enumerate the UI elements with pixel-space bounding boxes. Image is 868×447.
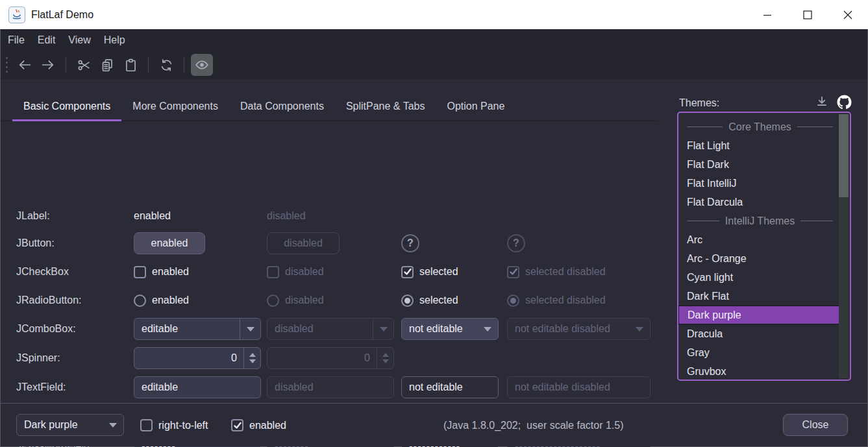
radio-selected-disabled (507, 295, 519, 307)
themes-scrollbar-track[interactable] (839, 114, 849, 378)
enabled-checkbox-label: enabled (249, 420, 286, 431)
enabled-checkbox[interactable] (231, 419, 243, 431)
forward-icon (41, 58, 55, 72)
themes-list-items: Core Themes Flat Light Flat Dark Flat In… (678, 117, 829, 381)
spinner-disabled: 0 (267, 347, 394, 369)
chevron-down-icon (484, 327, 491, 332)
textfield-disabled: disabled (267, 376, 394, 398)
theme-item-gray[interactable]: Gray (678, 343, 829, 362)
radio-enabled[interactable] (134, 295, 146, 307)
paste-icon (124, 58, 138, 72)
back-button[interactable] (14, 54, 36, 76)
jspinner-row-label: JSpinner: (16, 352, 134, 364)
combobox-dropdown-button[interactable] (477, 319, 498, 339)
tab-option-pane[interactable]: Option Pane (436, 92, 515, 121)
checkbox-enabled[interactable] (134, 266, 146, 278)
forward-button[interactable] (37, 54, 59, 76)
radio-disabled (267, 295, 279, 307)
theme-item-dark-purple-selected[interactable]: Dark purple (678, 306, 839, 324)
themes-title: Themes: (679, 97, 719, 109)
combobox-editable[interactable]: editable (134, 318, 261, 340)
themes-scrollbar-thumb[interactable] (839, 114, 849, 197)
download-icon[interactable] (815, 95, 829, 112)
tab-more-components[interactable]: More Components (121, 92, 229, 121)
close-window-button[interactable] (828, 0, 868, 29)
menu-edit[interactable]: Edit (31, 29, 62, 51)
tab-splitpane-tabs[interactable]: SplitPane & Tabs (335, 92, 436, 121)
minimize-button[interactable] (747, 0, 787, 29)
spinner-down-icon (382, 359, 389, 363)
combobox-dropdown-button[interactable] (103, 415, 123, 435)
combobox-editable-value[interactable]: editable (134, 323, 240, 335)
combobox-not-editable-value: not editable (402, 323, 477, 335)
refresh-button[interactable] (155, 54, 177, 76)
jtextfield-row: JTextField: editable disabled not editab… (1, 372, 658, 402)
checkbox-selected[interactable] (401, 266, 414, 278)
toolbar-separator (148, 57, 149, 73)
menu-view[interactable]: View (62, 29, 97, 51)
menu-help[interactable]: Help (97, 29, 132, 51)
radio-selected[interactable] (401, 295, 414, 307)
cut-button[interactable] (73, 54, 95, 76)
themes-header: Themes: (679, 93, 852, 113)
radio-selected-disabled-label: selected disabled (525, 295, 606, 306)
theme-item-dark-flat[interactable]: Dark Flat (678, 287, 829, 306)
show-hidden-toggle-button[interactable] (191, 54, 213, 76)
toolbar-separator (66, 57, 66, 73)
github-icon[interactable] (837, 95, 852, 112)
tab-basic-components[interactable]: Basic Components (12, 92, 121, 121)
theme-item-arc[interactable]: Arc (678, 230, 829, 249)
spinner-up-icon[interactable] (249, 353, 256, 357)
combobox-dropdown-button (629, 319, 650, 339)
textfield-editable[interactable]: editable (134, 376, 261, 398)
theme-item-flat-light[interactable]: Flat Light (678, 136, 829, 155)
spinner-buttons[interactable] (243, 348, 260, 368)
theme-item-flat-intellij[interactable]: Flat IntelliJ (678, 174, 829, 193)
theme-item-arc-orange[interactable]: Arc - Orange (678, 249, 829, 268)
app-window: FlatLaf Demo File Edit View Help (0, 0, 868, 447)
jcheckbox-row: JCheckBox enabled disabled selected sele… (1, 258, 658, 286)
lookandfeel-combobox-value: Dark purple (17, 419, 103, 431)
disabled-button: disabled (267, 232, 340, 254)
tab-data-components[interactable]: Data Components (229, 92, 335, 121)
spinner-value[interactable]: 0 (134, 352, 243, 364)
theme-group-separator: Core Themes (678, 117, 839, 136)
label-enabled: enabled (134, 210, 171, 222)
spinner-down-icon[interactable] (249, 359, 256, 363)
chevron-down-icon (380, 327, 388, 332)
jcombobox-row: JComboBox: editable disabled not edita (1, 315, 658, 343)
jradiobutton-row: JRadioButton: enabled disabled selected … (1, 286, 658, 315)
menu-file[interactable]: File (1, 29, 31, 51)
textfield-not-editable-disabled: not editable disabled (507, 376, 651, 398)
paste-button[interactable] (119, 54, 142, 76)
right-to-left-checkbox[interactable] (140, 419, 153, 431)
theme-item-cyan-light[interactable]: Cyan light (678, 268, 829, 287)
cut-icon (77, 58, 91, 72)
back-icon (18, 58, 32, 72)
window-title: FlatLaf Demo (31, 9, 93, 21)
maximize-button[interactable] (787, 0, 828, 29)
combobox-not-editable[interactable]: not editable (401, 318, 499, 340)
jspinner-row: JSpinner: 0 0 (1, 343, 658, 372)
combobox-dropdown-button (373, 319, 393, 339)
close-button[interactable]: Close (783, 414, 848, 436)
theme-item-flat-dark[interactable]: Flat Dark (678, 155, 829, 174)
help-button[interactable]: ? (401, 234, 419, 252)
enabled-button[interactable]: enabled (134, 232, 205, 254)
jtextfield-row-label: JTextField: (16, 381, 134, 393)
jcombobox-row-label: JComboBox: (16, 323, 134, 335)
copy-button[interactable] (96, 54, 118, 76)
lookandfeel-combobox[interactable]: Dark purple (16, 414, 124, 436)
radio-enabled-label: enabled (152, 295, 189, 306)
help-button-disabled: ? (507, 234, 525, 252)
theme-group-separator: IntelliJ Themes (678, 211, 839, 230)
toolbar-grip-handle[interactable] (6, 57, 8, 73)
copy-icon (101, 58, 114, 72)
combobox-dropdown-button[interactable] (240, 319, 260, 339)
theme-item-dracula[interactable]: Dracula (678, 324, 829, 343)
label-disabled: disabled (267, 210, 306, 222)
status-text: (Java 1.8.0_202; user scale factor 1.5) (443, 420, 623, 431)
theme-item-gruvbox[interactable]: Gruvbox (678, 362, 829, 381)
spinner-enabled[interactable]: 0 (134, 347, 261, 369)
theme-item-flat-darcula[interactable]: Flat Darcula (678, 193, 829, 211)
